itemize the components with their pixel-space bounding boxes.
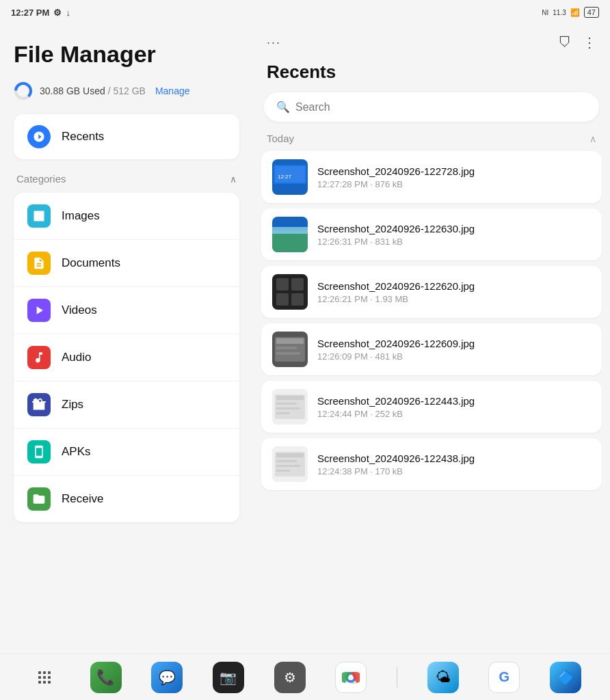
search-bar[interactable]: 🔍 [264, 92, 599, 122]
svg-text:12:27: 12:27 [278, 174, 292, 180]
camera-app-icon[interactable]: 📷 [213, 662, 244, 693]
svg-rect-10 [276, 278, 289, 291]
svg-rect-37 [38, 681, 41, 684]
svg-rect-38 [43, 681, 46, 684]
storage-used: 30.88 GB Used / 512 GB [40, 85, 146, 96]
file-meta: 12:26:31 PM · 831 kB [317, 237, 591, 247]
weather-app-icon[interactable]: 🌤 [427, 662, 459, 693]
videos-icon [27, 299, 51, 322]
top-three-dots[interactable]: ··· [267, 36, 281, 50]
file-name: Screenshot_20240926-122438.jpg [317, 453, 591, 464]
svg-rect-36 [48, 676, 51, 679]
receive-icon [27, 487, 51, 511]
today-header: Today ∧ [253, 130, 610, 151]
app-title: File Manager [14, 41, 239, 68]
zips-label: Zips [62, 398, 83, 412]
today-collapse-icon[interactable]: ∧ [589, 133, 596, 144]
mirror-app-icon[interactable]: 🔷 [550, 662, 581, 693]
settings-icon: ⚙ [53, 8, 62, 18]
file-meta: 12:24:44 PM · 252 kB [317, 409, 591, 419]
status-time: 12:27 PM [11, 8, 49, 18]
right-icons: ⛉ ⋮ [558, 34, 596, 51]
file-info: Screenshot_20240926-122728.jpg 12:27:28 … [317, 165, 591, 189]
documents-label: Documents [62, 256, 120, 270]
google-app-icon[interactable]: G [488, 662, 520, 693]
battery-icon: 47 [584, 7, 599, 18]
file-thumbnail [272, 217, 308, 252]
images-icon [27, 204, 51, 228]
audio-label: Audio [62, 351, 91, 364]
receive-label: Receive [62, 492, 103, 506]
file-item[interactable]: Screenshot_20240926-122438.jpg 12:24:38 … [261, 438, 602, 490]
file-meta: 12:27:28 PM · 876 kB [317, 179, 591, 189]
file-meta: 12:24:38 PM · 170 kB [317, 466, 591, 476]
file-name: Screenshot_20240926-122620.jpg [317, 280, 591, 292]
today-label: Today [267, 133, 294, 144]
status-right: NI 11.3 📶 47 [542, 7, 599, 18]
main-container: File Manager 30.88 GB Used / 512 GB Mana… [0, 25, 610, 654]
download-icon: ↓ [66, 8, 70, 18]
category-item-zips[interactable]: Zips [14, 381, 239, 429]
category-item-images[interactable]: Images [14, 193, 239, 240]
svg-rect-13 [291, 293, 304, 306]
chat-app-icon[interactable]: 💬 [151, 662, 183, 693]
more-options-icon[interactable]: ⋮ [583, 34, 596, 51]
file-info: Screenshot_20240926-122609.jpg 12:26:09 … [317, 338, 591, 362]
file-info: Screenshot_20240926-122443.jpg 12:24:44 … [317, 395, 591, 419]
file-thumbnail [272, 389, 308, 425]
recents-icon [27, 125, 51, 148]
signal-strength: 11.3 [553, 9, 566, 16]
right-top-bar: ··· ⛉ ⋮ [253, 25, 610, 57]
file-item[interactable]: Screenshot_20240926-122630.jpg 12:26:31 … [261, 208, 602, 260]
apks-label: APKs [62, 445, 91, 459]
search-input[interactable] [295, 101, 587, 113]
file-info: Screenshot_20240926-122620.jpg 12:26:21 … [317, 280, 591, 304]
recents-label: Recents [62, 130, 104, 144]
categories-collapse-icon[interactable]: ∧ [230, 174, 237, 185]
svg-rect-32 [43, 671, 46, 674]
svg-rect-34 [38, 676, 41, 679]
file-item[interactable]: Screenshot_20240926-122443.jpg 12:24:44 … [261, 381, 602, 433]
file-item[interactable]: Screenshot_20240926-122609.jpg 12:26:09 … [261, 323, 602, 375]
settings-app-icon[interactable]: ⚙ [274, 662, 306, 693]
category-item-apks[interactable]: APKs [14, 429, 239, 476]
documents-icon [27, 252, 51, 275]
storage-donut-icon [14, 81, 33, 100]
file-meta: 12:26:21 PM · 1.93 MB [317, 294, 591, 304]
search-container: 🔍 [253, 90, 610, 130]
manage-link[interactable]: Manage [155, 85, 190, 96]
recents-button[interactable]: Recents [14, 114, 239, 159]
bottom-nav: 📞 💬 📷 ⚙ 🌤 G 🔷 [0, 654, 610, 700]
svg-rect-29 [276, 465, 300, 467]
category-item-videos[interactable]: Videos [14, 287, 239, 334]
svg-rect-30 [276, 470, 290, 472]
chrome-app-icon[interactable] [335, 662, 367, 693]
search-icon: 🔍 [276, 100, 290, 113]
phone-app-icon[interactable]: 📞 [90, 662, 122, 693]
status-left: 12:27 PM ⚙ ↓ [11, 8, 70, 18]
file-thumbnail [272, 446, 308, 482]
file-meta: 12:26:09 PM · 481 kB [317, 351, 591, 362]
category-item-receive[interactable]: Receive [14, 476, 239, 522]
file-thumbnail: 12:27 [272, 159, 308, 195]
file-item[interactable]: Screenshot_20240926-122620.jpg 12:26:21 … [261, 266, 602, 318]
svg-rect-8 [272, 227, 308, 234]
file-item[interactable]: 12:27 Screenshot_20240926-122728.jpg 12:… [261, 151, 602, 203]
categories-title: Categories [16, 173, 66, 185]
file-name: Screenshot_20240926-122609.jpg [317, 338, 591, 349]
audio-icon [27, 346, 51, 369]
file-name: Screenshot_20240926-122630.jpg [317, 223, 591, 234]
svg-rect-18 [276, 352, 300, 355]
file-info: Screenshot_20240926-122630.jpg 12:26:31 … [317, 223, 591, 247]
apks-icon [27, 440, 51, 463]
file-thumbnail [272, 274, 308, 310]
category-item-documents[interactable]: Documents [14, 240, 239, 287]
grid-apps-button[interactable] [29, 662, 60, 693]
svg-rect-31 [38, 671, 41, 674]
dock-divider [397, 667, 397, 688]
filter-icon[interactable]: ⛉ [558, 35, 572, 51]
storage-bar: 30.88 GB Used / 512 GB Manage [14, 81, 239, 100]
categories-list: Images Documents Videos Audio Zips [14, 193, 239, 522]
right-panel: ··· ⛉ ⋮ Recents 🔍 Today ∧ 12:27 [253, 25, 610, 654]
category-item-audio[interactable]: Audio [14, 334, 239, 381]
